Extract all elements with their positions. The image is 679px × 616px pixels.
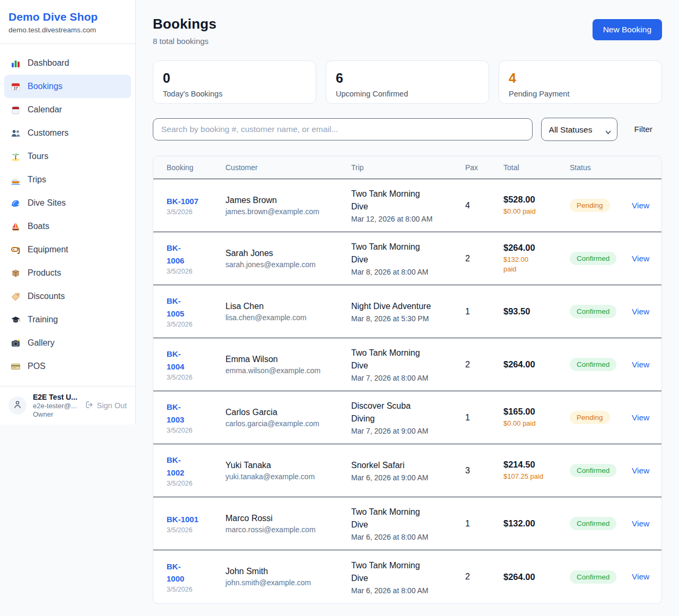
shop-name[interactable]: Demo Dive Shop	[8, 11, 127, 23]
customer-email: yuki.tanaka@example.com	[225, 472, 351, 481]
sidebar-item-label: Discounts	[28, 292, 65, 301]
customer-name: Sarah Jones	[225, 249, 351, 258]
filter-button[interactable]: Filter	[634, 125, 652, 134]
amount-paid: $132.00 paid	[503, 255, 570, 274]
sidebar-item-label: Tours	[28, 152, 48, 161]
shop-domain: demo.test.divestreams.com	[8, 26, 127, 34]
booking-cell: BK- 1005 3/5/2026	[167, 295, 225, 328]
booking-date: 3/5/2026	[167, 208, 225, 216]
sidebar-nav: Dashboard 17 Bookings Calendar Customers…	[0, 44, 135, 386]
customer-name: Yuki Tanaka	[225, 461, 351, 470]
customer-name: James Brown	[225, 196, 351, 205]
table-row: BK-1007 3/5/2026 James Brown james.brown…	[153, 179, 661, 232]
stat-value: 4	[509, 71, 652, 86]
sidebar-item-customers[interactable]: Customers	[4, 121, 131, 145]
total-amount: $93.50	[503, 306, 570, 316]
status-badge: Confirmed	[570, 305, 616, 318]
booking-number-link[interactable]: BK-1001	[167, 513, 225, 525]
sidebar-item-equipment[interactable]: Equipment	[4, 238, 131, 261]
sidebar-item-boats[interactable]: Boats	[4, 215, 131, 238]
stats-row: 0 Today's Bookings 6 Upcoming Confirmed …	[153, 60, 662, 104]
user-name: E2E Test U...	[33, 393, 79, 401]
svg-text:17: 17	[13, 85, 18, 90]
view-link[interactable]: View	[632, 307, 649, 316]
sidebar-item-products[interactable]: Products	[4, 261, 131, 285]
status-badge: Confirmed	[570, 517, 616, 530]
trip-name: Discover Scuba Diving	[351, 400, 465, 425]
booking-number-link[interactable]: BK- 1002	[167, 454, 225, 479]
table-row: BK- 1005 3/5/2026 Lisa Chen lisa.chen@ex…	[153, 285, 661, 338]
customer-email: marco.rossi@example.com	[225, 525, 351, 534]
sign-out-icon	[85, 400, 94, 411]
sidebar-item-gallery[interactable]: Gallery	[4, 331, 131, 355]
booking-number-link[interactable]: BK-1007	[167, 195, 225, 207]
sidebar-item-calendar[interactable]: Calendar	[4, 98, 131, 121]
table-row: BK- 1003 3/5/2026 Carlos Garcia carlos.g…	[153, 391, 661, 444]
sidebar-item-tours[interactable]: Tours	[4, 145, 131, 168]
dive-sites-icon	[11, 198, 21, 208]
booking-number-link[interactable]: BK- 1006	[167, 242, 225, 267]
search-input[interactable]	[153, 118, 533, 140]
stat-card-upcoming-confirmed: 6 Upcoming Confirmed	[326, 60, 489, 104]
sidebar-item-dashboard[interactable]: Dashboard	[4, 51, 131, 75]
sidebar-item-pos[interactable]: POS	[4, 355, 131, 378]
table-row: BK-1001 3/5/2026 Marco Rossi marco.rossi…	[153, 497, 661, 550]
customer-name: Marco Rossi	[225, 514, 351, 523]
status-filter-select[interactable]: All Statuses	[541, 118, 617, 141]
avatar	[8, 397, 27, 415]
view-link[interactable]: View	[632, 572, 649, 581]
trip-cell: Two Tank Morning Dive Mar 7, 2026 at 8:0…	[351, 347, 465, 382]
trip-cell: Two Tank Morning Dive Mar 8, 2026 at 8:0…	[351, 241, 465, 276]
total-cell: $528.00 $0.00 paid	[503, 195, 570, 216]
booking-cell: BK- 1002 3/5/2026	[167, 454, 225, 487]
customer-cell: Lisa Chen lisa.chen@example.com	[225, 302, 351, 322]
new-booking-button[interactable]: New Booking	[593, 19, 662, 40]
booking-date: 3/5/2026	[167, 268, 225, 275]
user-role: Owner	[33, 410, 79, 418]
view-link[interactable]: View	[632, 413, 649, 422]
sidebar-item-training[interactable]: Training	[4, 308, 131, 331]
status-filter: All Statuses	[541, 118, 617, 141]
booking-number-link[interactable]: BK- 1004	[167, 348, 225, 373]
trip-datetime: Mar 12, 2026 at 8:00 AM	[351, 215, 465, 223]
column-header-booking: Booking	[167, 163, 225, 172]
view-link[interactable]: View	[632, 360, 649, 369]
view-link[interactable]: View	[632, 519, 649, 528]
tours-icon	[11, 152, 21, 162]
booking-number-link[interactable]: BK- 1000	[167, 560, 225, 585]
sidebar-item-label: Calendar	[28, 105, 62, 115]
main-content: Bookings 8 total bookings New Booking 0 …	[136, 0, 679, 604]
sidebar-item-dive-sites[interactable]: Dive Sites	[4, 191, 131, 215]
booking-date: 3/5/2026	[167, 586, 225, 593]
trip-name: Snorkel Safari	[351, 459, 465, 472]
customer-name: Lisa Chen	[225, 302, 351, 311]
total-cell: $214.50 $107.25 paid	[503, 460, 570, 481]
sidebar-item-discounts[interactable]: Discounts	[4, 285, 131, 308]
booking-number-link[interactable]: BK- 1003	[167, 401, 225, 426]
sign-out-button[interactable]: Sign Out	[85, 400, 127, 411]
customer-cell: James Brown james.brown@example.com	[225, 196, 351, 216]
status-badge: Confirmed	[570, 464, 616, 477]
sidebar-item-bookings[interactable]: 17 Bookings	[4, 75, 131, 98]
bookings-table: Booking Customer Trip Pax Total Status B…	[153, 156, 662, 604]
pax-count: 2	[465, 572, 503, 582]
booking-cell: BK- 1004 3/5/2026	[167, 348, 225, 381]
trip-cell: Night Dive Adventure Mar 8, 2026 at 5:30…	[351, 300, 465, 323]
boats-icon	[11, 222, 21, 232]
column-header-status: Status	[570, 163, 632, 172]
booking-number-link[interactable]: BK- 1005	[167, 295, 225, 320]
trip-datetime: Mar 6, 2026 at 8:00 AM	[351, 533, 465, 541]
actions-cell: View	[632, 466, 649, 476]
actions-cell: View	[632, 254, 649, 263]
total-cell: $165.00 $0.00 paid	[503, 407, 570, 428]
bookings-icon: 17	[11, 82, 21, 92]
total-amount: $528.00	[503, 195, 570, 205]
booking-cell: BK- 1003 3/5/2026	[167, 401, 225, 434]
calendar-icon	[11, 105, 21, 115]
sidebar-item-trips[interactable]: Trips	[4, 168, 131, 191]
view-link[interactable]: View	[632, 466, 649, 475]
view-link[interactable]: View	[632, 254, 649, 263]
booking-cell: BK- 1000 3/5/2026	[167, 560, 225, 594]
total-amount: $264.00	[503, 572, 570, 582]
view-link[interactable]: View	[632, 201, 649, 210]
